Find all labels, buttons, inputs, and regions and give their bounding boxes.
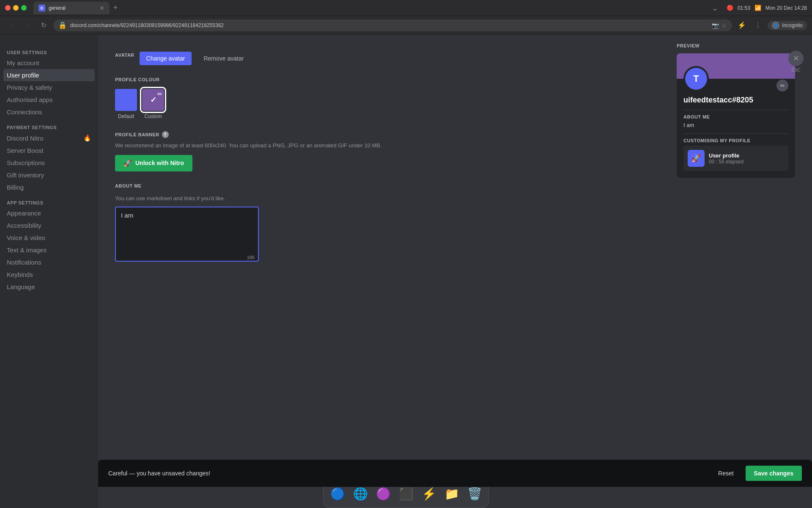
colour-option-default[interactable]: Default — [115, 89, 137, 119]
active-tab[interactable]: D general ✕ — [33, 2, 110, 14]
sidebar-item-my-account[interactable]: My account — [3, 57, 95, 69]
payment-settings-label: Payment settings — [3, 121, 95, 132]
about-me-textarea[interactable]: I am — [115, 207, 259, 262]
default-colour-swatch[interactable] — [115, 89, 137, 111]
about-me-section: ABOUT ME You can use markdown and links … — [115, 183, 660, 263]
sidebar-item-text-images[interactable]: Text & images — [3, 244, 95, 256]
remove-avatar-button[interactable]: Remove avatar — [197, 52, 250, 65]
custom-colour-swatch[interactable]: ✓ ✏ — [142, 89, 164, 111]
system-clock: 01:53 — [738, 5, 750, 11]
profile-banner-label: PROFILE BANNER — [115, 132, 159, 137]
sidebar-item-accessibility[interactable]: Accessibility — [3, 219, 95, 232]
content-area: AVATAR Change avatar Remove avatar PROFI… — [98, 35, 677, 508]
discord-nitro-badge: 🔥 — [83, 134, 91, 142]
custom-label: Custom — [144, 113, 162, 119]
close-button[interactable]: ✕ — [788, 51, 804, 66]
my-account-label: My account — [7, 59, 39, 66]
sidebar-item-server-boost[interactable]: Server Boost — [3, 144, 95, 157]
nav-right-icons: ⚡ ⋮ 👤 Incognito — [735, 19, 807, 32]
titlebar: D general ✕ + ⌄ 🔴 01:53 📶 Mon 20 Dec 14:… — [0, 0, 812, 16]
preview-customising-section: 🚀 User profile 00 : 55 elapsed — [683, 146, 788, 171]
camera-off-icon: 📷 — [712, 22, 719, 29]
accessibility-label: Accessibility — [7, 222, 41, 229]
minimize-light[interactable] — [13, 5, 19, 11]
preview-card: T ✏ uifeedtestacc#8205 ABOUT ME I am CUS… — [677, 53, 795, 178]
new-tab-button[interactable]: + — [110, 2, 121, 14]
change-avatar-button[interactable]: Change avatar — [140, 52, 192, 65]
system-icons: 🔴 01:53 📶 Mon 20 Dec 14:28 — [727, 5, 807, 11]
maximize-light[interactable] — [21, 5, 27, 11]
address-bar[interactable]: 🔒 discord.com/channels/92249118030915998… — [53, 19, 732, 31]
esc-label: ESC — [792, 68, 801, 72]
navbar: ‹ › ↻ 🔒 discord.com/channels/92249118030… — [0, 16, 812, 35]
reset-button[interactable]: Reset — [711, 467, 741, 480]
privacy-safety-label: Privacy & safety — [7, 84, 52, 91]
unlock-nitro-button[interactable]: 🚀 Unlock with Nitro — [115, 155, 192, 171]
appearance-label: Appearance — [7, 210, 41, 217]
bookmark-icon: ☆ — [721, 22, 727, 29]
preview-banner: T ✏ — [677, 53, 795, 79]
preview-customising-info: User profile 00 : 55 elapsed — [709, 152, 784, 165]
traffic-lights — [5, 5, 27, 11]
back-button[interactable]: ‹ — [5, 19, 18, 32]
preview-edit-button[interactable]: ✏ — [776, 80, 788, 91]
checkmark-icon: ✓ — [150, 95, 156, 105]
preview-divider-2 — [683, 133, 788, 134]
app-settings-label: App settings — [3, 197, 95, 207]
edit-icon: ✏ — [157, 91, 162, 97]
sidebar-item-user-profile[interactable]: User profile — [3, 69, 95, 81]
preview-avatar-inner: T — [685, 68, 707, 90]
preview-label: PREVIEW — [677, 43, 804, 48]
preview-body: uifeedtestacc#8205 ABOUT ME I am CUSTOMI… — [677, 79, 795, 178]
sidebar-item-billing[interactable]: Billing — [3, 181, 95, 193]
forward-button[interactable]: › — [21, 19, 34, 32]
about-me-description: You can use markdown and links if you'd … — [115, 195, 660, 202]
tab-favicon: D — [38, 5, 45, 11]
sidebar-item-authorised-apps[interactable]: Authorised apps — [3, 94, 95, 106]
extensions-button[interactable]: ⚡ — [735, 19, 748, 32]
profile-colour-label: PROFILE COLOUR — [115, 77, 660, 82]
avatar-section: AVATAR Change avatar Remove avatar — [115, 52, 660, 65]
sidebar-item-language[interactable]: Language — [3, 281, 95, 293]
profile-banner-section: PROFILE BANNER ? We recommend an image o… — [115, 131, 660, 171]
tab-title: general — [49, 5, 96, 11]
incognito-badge: 👤 Incognito — [768, 21, 807, 30]
lock-icon: 🔒 — [58, 21, 67, 29]
sidebar-item-appearance[interactable]: Appearance — [3, 207, 95, 219]
sidebar-item-voice-video[interactable]: Voice & video — [3, 232, 95, 244]
sidebar-item-discord-nitro[interactable]: Discord Nitro 🔥 — [3, 132, 95, 144]
incognito-label: Incognito — [782, 22, 803, 28]
address-text: discord.com/channels/922491180309159986/… — [70, 22, 708, 28]
tab-list-button[interactable]: ⌄ — [712, 3, 718, 13]
preview-avatar-container: T — [683, 66, 709, 91]
colour-option-custom[interactable]: ✓ ✏ Custom — [142, 89, 164, 119]
tab-close-button[interactable]: ✕ — [99, 5, 104, 11]
authorised-apps-label: Authorised apps — [7, 96, 52, 103]
sidebar-item-notifications[interactable]: Notifications — [3, 256, 95, 268]
text-images-label: Text & images — [7, 246, 47, 254]
preview-customising-title: User profile — [709, 152, 784, 159]
sidebar-item-subscriptions[interactable]: Subscriptions — [3, 157, 95, 169]
sidebar-item-gift-inventory[interactable]: Gift inventory — [3, 169, 95, 181]
billing-label: Billing — [7, 184, 24, 191]
preview-about-text: I am — [683, 122, 788, 128]
voice-video-label: Voice & video — [7, 234, 45, 241]
info-icon[interactable]: ? — [162, 131, 169, 138]
save-changes-button[interactable]: Save changes — [746, 466, 802, 481]
close-overlay: ✕ ESC — [788, 51, 804, 72]
preview-customising-label: CUSTOMISING MY PROFILE — [683, 138, 788, 143]
default-label: Default — [118, 113, 134, 119]
sidebar-item-connections[interactable]: Connections — [3, 106, 95, 118]
sidebar-item-keybinds[interactable]: Keybinds — [3, 268, 95, 281]
tab-bar: D general ✕ + — [33, 2, 708, 14]
more-button[interactable]: ⋮ — [752, 19, 764, 32]
profile-banner-title: PROFILE BANNER ? — [115, 131, 660, 138]
unsaved-message: Careful — you have unsaved changes! — [108, 470, 706, 477]
close-light[interactable] — [5, 5, 11, 11]
subscriptions-label: Subscriptions — [7, 159, 45, 166]
reload-button[interactable]: ↻ — [37, 19, 50, 32]
language-label: Language — [7, 283, 35, 290]
tab-right-controls: ⌄ — [712, 3, 718, 13]
sidebar-item-privacy-safety[interactable]: Privacy & safety — [3, 81, 95, 94]
avatar-section-label: AVATAR — [115, 52, 134, 58]
